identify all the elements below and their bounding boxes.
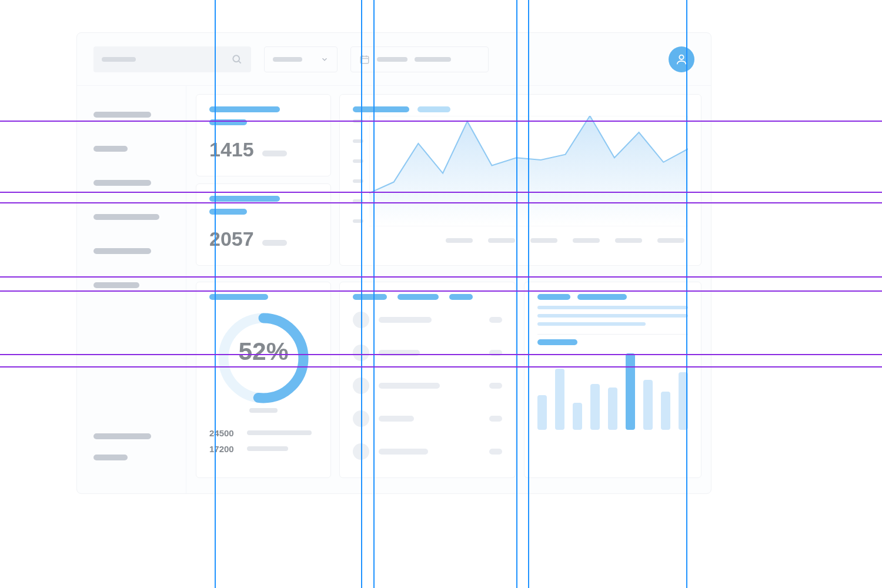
horizontal-guide <box>0 192 882 193</box>
search-input[interactable] <box>93 46 251 72</box>
svg-point-0 <box>233 55 239 62</box>
nav-item-5[interactable] <box>93 248 151 254</box>
list-tab[interactable] <box>353 294 387 300</box>
list-value <box>489 317 502 323</box>
list-row[interactable] <box>353 345 502 361</box>
x-tick <box>573 238 600 243</box>
x-legend <box>353 238 688 243</box>
gauge-chart: 52% <box>213 308 313 408</box>
horizontal-guide <box>0 290 882 292</box>
bar <box>661 392 670 430</box>
metric-title <box>209 106 280 112</box>
dropdown-label <box>273 57 302 62</box>
nav-item-bottom-1[interactable] <box>93 433 151 439</box>
divider <box>537 334 688 335</box>
gauge-footer: 24500 17200 <box>209 428 318 454</box>
list-row[interactable] <box>353 377 502 394</box>
date-to <box>415 57 451 62</box>
list-label <box>379 416 414 422</box>
gauge-sublabel <box>249 408 278 413</box>
content-grid: 1415 2057 <box>186 86 711 493</box>
metric-chip <box>262 240 287 246</box>
list-row[interactable] <box>353 443 502 460</box>
search-icon <box>231 54 243 65</box>
horizontal-guide <box>0 202 882 203</box>
chart-tab[interactable] <box>417 106 450 112</box>
list-value <box>489 416 502 422</box>
list-tab[interactable] <box>449 294 473 300</box>
line-chart-card <box>339 94 701 266</box>
bar-title-b <box>577 294 627 300</box>
bottom-right-group <box>339 282 701 486</box>
bar-title-a <box>537 294 570 300</box>
gauge-title <box>209 294 268 300</box>
nav-item-3[interactable] <box>93 180 151 186</box>
bar-card-header <box>537 294 688 300</box>
header <box>77 33 711 86</box>
user-avatar[interactable] <box>669 46 694 72</box>
metric-card-2: 2057 <box>196 183 331 266</box>
date-from <box>377 57 407 62</box>
vertical-guide <box>686 0 687 588</box>
metric-value: 2057 <box>209 228 254 250</box>
bar <box>608 387 617 430</box>
svg-line-1 <box>239 61 241 63</box>
sidebar <box>77 86 186 493</box>
list-value <box>489 449 502 455</box>
list-row[interactable] <box>353 410 502 427</box>
chevron-down-icon <box>320 55 329 64</box>
metric-title <box>209 196 280 202</box>
vertical-guide <box>361 0 362 588</box>
horizontal-guide <box>0 354 882 355</box>
x-tick <box>446 238 473 243</box>
bar-chart <box>537 353 688 430</box>
dashboard-wireframe: 1415 2057 <box>76 32 711 494</box>
x-tick <box>488 238 515 243</box>
bar <box>626 353 635 430</box>
list-card <box>339 282 516 478</box>
vertical-guide <box>215 0 216 588</box>
metric-card-1: 1415 <box>196 94 331 176</box>
bar-subtitle <box>537 339 577 345</box>
gauge-footer-bar <box>247 446 288 451</box>
dashboard-body: 1415 2057 <box>77 86 711 493</box>
x-tick <box>615 238 642 243</box>
list-tabs <box>353 294 502 300</box>
list-label <box>379 449 428 455</box>
list-label <box>379 317 432 323</box>
bar-chart-card <box>524 282 701 478</box>
nav-item-6[interactable] <box>93 282 139 288</box>
bar <box>643 380 653 430</box>
metric-chip <box>262 151 287 156</box>
nav-item-2[interactable] <box>93 146 128 152</box>
horizontal-guide <box>0 121 882 122</box>
vertical-guide <box>516 0 517 588</box>
list-row[interactable] <box>353 312 502 328</box>
bar <box>555 369 564 430</box>
x-tick <box>530 238 557 243</box>
list-label <box>379 383 440 389</box>
vertical-guide <box>373 0 375 588</box>
nav-item-4[interactable] <box>93 214 159 220</box>
x-tick <box>657 238 684 243</box>
gauge-footer-bar <box>247 430 312 435</box>
gauge-footer-value: 24500 <box>209 428 240 438</box>
gauge-footer-value: 17200 <box>209 444 240 454</box>
nav-item-1[interactable] <box>93 112 151 118</box>
bar-description <box>537 306 688 326</box>
chart-tabs <box>353 106 688 112</box>
list-tab[interactable] <box>397 294 439 300</box>
search-placeholder <box>102 57 136 62</box>
svg-point-6 <box>679 55 683 59</box>
horizontal-guide <box>0 366 882 368</box>
bar <box>573 403 582 430</box>
filter-dropdown[interactable] <box>264 46 338 72</box>
nav-item-bottom-2[interactable] <box>93 455 128 460</box>
metric-value: 1415 <box>209 138 254 161</box>
vertical-guide <box>528 0 529 588</box>
bar <box>537 395 547 430</box>
bar <box>590 384 600 430</box>
list-value <box>489 383 502 389</box>
gauge-percent: 52% <box>238 337 288 365</box>
date-range-picker[interactable] <box>350 46 489 72</box>
